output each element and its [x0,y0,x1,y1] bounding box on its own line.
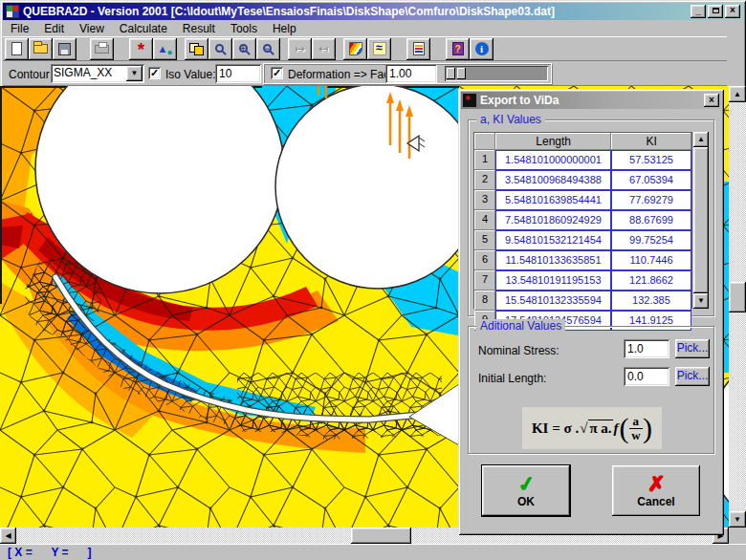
ok-button[interactable]: ✓ OK [482,465,570,516]
menu-view[interactable]: View [72,21,112,36]
vertical-scrollbar[interactable]: ▲ ▼ [729,86,746,528]
chevron-down-icon[interactable]: ▼ [126,66,143,81]
table-scroll-thumb[interactable] [693,147,709,293]
table-row[interactable]: 713.54810191195153121.8662 [474,270,691,291]
ki-cell[interactable]: 121.8662 [611,270,691,291]
contour-field-select[interactable]: SIGMA_XX ▼ [51,64,144,83]
menu-tools[interactable]: Tools [223,21,265,36]
zoom-button[interactable] [208,38,232,60]
menu-calculate[interactable]: Calculate [112,21,175,36]
length-cell[interactable]: 15.54810132335594 [495,291,611,311]
export-to-vida-dialog: Export to ViDa × a, KI Values Length KI … [458,89,724,535]
new-button[interactable] [5,38,29,60]
ki-table: Length KI 11.54810100000000157.5312523.5… [473,132,709,309]
initial-length-pick-button[interactable]: Pick... [675,367,710,386]
report-button[interactable] [406,38,430,60]
menu-result[interactable]: Result [175,21,223,36]
close-button[interactable]: × [725,5,740,18]
about-button[interactable]: i [470,38,494,60]
nominal-stress-label: Nominal Stress: [478,344,560,357]
status-bar: [ X = Y = ] [0,544,746,560]
next-step-button[interactable]: ↤ [312,38,336,60]
ki-column-header[interactable]: KI [611,133,691,150]
length-cell[interactable]: 3.548100968494388 [495,170,611,190]
right-hole [275,86,480,289]
row-index: 6 [474,250,495,270]
menu-help[interactable]: Help [265,21,304,36]
ki-cell[interactable]: 88.67699 [611,210,691,230]
ki-values-group: a, KI Values Length KI 11.54810100000000… [468,119,714,316]
hscroll-thumb[interactable] [351,528,411,544]
open-folder-icon [33,44,48,54]
slider-thumb[interactable] [457,68,466,79]
coordinates-readout: [ X = Y = ] [0,546,92,559]
scroll-up-icon[interactable]: ▲ [729,86,746,102]
iso-value-checkbox[interactable]: ✓ [148,67,161,79]
ki-cell[interactable]: 57.53125 [611,150,691,170]
length-cell[interactable]: 5.548101639854441 [495,190,611,210]
length-cell[interactable]: 7.548101860924929 [495,210,611,230]
previous-step-button[interactable]: ↦ [288,38,312,60]
length-column-header[interactable]: Length [495,133,611,150]
deformation-slider[interactable] [445,66,548,81]
scroll-left-icon[interactable]: ◀ [0,528,16,544]
vscroll-thumb[interactable] [729,282,746,312]
open-button[interactable] [29,38,53,60]
minimize-button[interactable]: _ [691,5,706,18]
iso-value-input[interactable]: 10 [215,64,261,83]
length-cell[interactable]: 1.548101000000001 [495,150,611,170]
copy-button[interactable] [185,38,208,60]
row-index: 5 [474,230,495,250]
ki-cell[interactable]: 77.69279 [611,190,691,210]
length-cell[interactable]: 13.54810191195153 [495,270,611,291]
dialog-close-button[interactable]: × [704,94,719,107]
crack-icon: * [138,42,144,56]
table-scrollbar[interactable]: ▲ ▼ [693,132,709,309]
deformation-checkbox[interactable]: ✓ [271,67,283,79]
table-scroll-up-icon[interactable]: ▲ [693,132,709,147]
print-button[interactable] [90,38,114,60]
ki-cell[interactable]: 132.385 [611,291,691,311]
ki-cell[interactable]: 99.75254 [611,230,691,250]
ki-cell[interactable]: 67.05394 [611,170,691,190]
save-button[interactable] [53,38,77,60]
shapes-button[interactable] [153,38,177,60]
zoom-in-button[interactable]: + [232,38,256,60]
table-row[interactable]: 611.54810133635851110.7446 [474,250,691,270]
scroll-down-icon[interactable]: ▼ [729,511,746,528]
nominal-stress-pick-button[interactable]: Pick... [675,339,710,358]
save-icon [58,43,71,55]
table-row[interactable]: 23.54810096849438867.05394 [474,170,691,190]
help-button[interactable]: ? [446,38,470,60]
table-row[interactable]: 47.54810186092492988.67699 [474,210,691,230]
table-row[interactable]: 35.54810163985444177.69279 [474,190,691,210]
contour-fill-button[interactable] [343,38,367,60]
table-scroll-down-icon[interactable]: ▼ [693,293,709,309]
table-row[interactable]: 11.54810100000000157.53125 [474,150,691,170]
table-row[interactable]: 815.54810132335594132.385 [474,291,691,311]
slider-thumb[interactable] [447,68,455,79]
contour-iso-button[interactable]: ≈ [367,38,391,60]
length-cell[interactable]: 9.548101532121454 [495,230,611,250]
cancel-button[interactable]: ✗ Cancel [612,465,700,516]
row-index: 2 [474,170,495,190]
contour-fill-icon [349,42,362,55]
ki-formula: KI = σ . √π a. f ( aw ) [522,407,662,449]
zoom-out-icon: − [263,44,272,53]
dialog-titlebar[interactable]: Export to ViDa × [461,92,721,109]
ki-table-header: Length KI [474,133,691,150]
crack-button[interactable]: * [129,38,153,60]
nominal-stress-input[interactable]: 1.0 [624,339,669,358]
menu-edit[interactable]: Edit [36,21,72,36]
zoom-out-button[interactable]: − [256,38,280,60]
restore-button[interactable] [708,5,723,18]
deformation-factor-input[interactable]: 1.00 [385,64,437,83]
menu-file[interactable]: File [3,21,36,36]
restore-icon [713,8,719,13]
initial-length-input[interactable]: 0.0 [624,367,669,386]
ki-cell[interactable]: 110.7446 [611,250,691,270]
row-index: 3 [474,190,495,210]
length-cell[interactable]: 11.54810133635851 [495,250,611,270]
help-book-icon: ? [452,42,464,55]
table-row[interactable]: 59.54810153212145499.75254 [474,230,691,250]
